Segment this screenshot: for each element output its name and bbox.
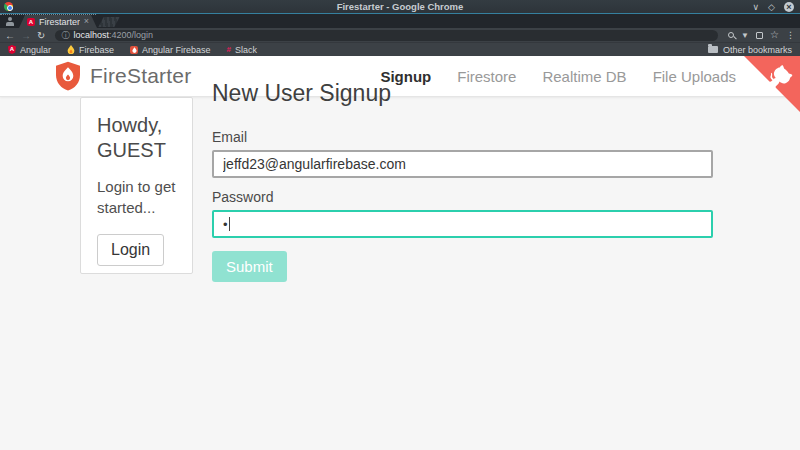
- extension-icon[interactable]: [756, 32, 763, 39]
- url-path: :4200/login: [109, 30, 153, 40]
- filter-extension-icon[interactable]: ▼: [741, 31, 749, 40]
- bookmark-firebase[interactable]: Firebase: [67, 45, 114, 55]
- browser-tab[interactable]: A Firestarter ×: [19, 15, 97, 28]
- tab-title: Firestarter: [39, 17, 80, 27]
- login-button[interactable]: Login: [97, 234, 164, 266]
- password-masked-value: •: [223, 218, 228, 231]
- minimize-button[interactable]: ∨: [752, 2, 759, 12]
- login-hint: Login to get started...: [97, 176, 178, 218]
- page-content: FireStarter Signup Firestore Realtime DB…: [0, 56, 800, 450]
- text-caret: [229, 217, 230, 231]
- firebase-flame-icon: [67, 45, 75, 54]
- new-tab-button[interactable]: [98, 17, 119, 27]
- close-button[interactable]: ×: [784, 2, 794, 12]
- slack-hash-icon: #: [227, 45, 231, 54]
- brand-name: FireStarter: [90, 64, 191, 88]
- url-host: localhost: [73, 30, 109, 40]
- url-bar[interactable]: ⓘ localhost:4200/login: [55, 30, 718, 41]
- angular-firebase-icon: [130, 46, 138, 54]
- browser-toolbar: ← → ↻ ⓘ localhost:4200/login ▼ ☆ ⋮: [0, 28, 800, 42]
- zoom-extension-icon[interactable]: [728, 32, 734, 38]
- folder-icon: [708, 46, 718, 53]
- angular-shield-icon: A: [8, 45, 16, 54]
- submit-button[interactable]: Submit: [212, 251, 287, 282]
- profile-icon[interactable]: [5, 17, 14, 26]
- tab-focus-outline: [0, 14, 96, 15]
- email-input[interactable]: [212, 150, 713, 178]
- back-button[interactable]: ←: [5, 30, 15, 41]
- brand[interactable]: FireStarter: [54, 61, 191, 91]
- bookmark-angular[interactable]: A Angular: [8, 45, 51, 55]
- reload-button[interactable]: ↻: [37, 30, 45, 41]
- browser-menu-button[interactable]: ⋮: [786, 30, 795, 40]
- window-title: Firestarter - Google Chrome: [0, 1, 800, 12]
- password-label: Password: [212, 189, 713, 205]
- form-title: New User Signup: [212, 80, 713, 107]
- password-input[interactable]: •: [212, 210, 713, 238]
- tab-strip: A Firestarter ×: [0, 14, 800, 28]
- firestarter-logo-icon: [54, 61, 82, 91]
- bookmark-slack[interactable]: # Slack: [227, 45, 257, 55]
- email-label: Email: [212, 129, 713, 145]
- forward-button[interactable]: →: [21, 30, 31, 41]
- maximize-button[interactable]: ◇: [768, 2, 775, 12]
- other-bookmarks-button[interactable]: Other bookmarks: [708, 45, 792, 55]
- bookmark-angular-firebase[interactable]: Angular Firebase: [130, 45, 211, 55]
- bookmark-star-icon[interactable]: ☆: [770, 30, 779, 40]
- bookmarks-bar: A Angular Firebase Angular Firebase # Sl…: [0, 42, 800, 56]
- greeting-heading: Howdy, GUEST: [97, 113, 178, 163]
- signup-form: New User Signup Email Password • Submit: [212, 80, 713, 282]
- profile-card: Howdy, GUEST Login to get started... Log…: [80, 97, 193, 274]
- github-corner-ribbon[interactable]: [744, 56, 800, 112]
- page-info-icon[interactable]: ⓘ: [61, 31, 69, 40]
- angular-favicon-icon: A: [27, 18, 35, 26]
- window-titlebar: Firestarter - Google Chrome ∨ ◇ ×: [0, 0, 800, 14]
- tab-close-icon[interactable]: ×: [84, 17, 89, 26]
